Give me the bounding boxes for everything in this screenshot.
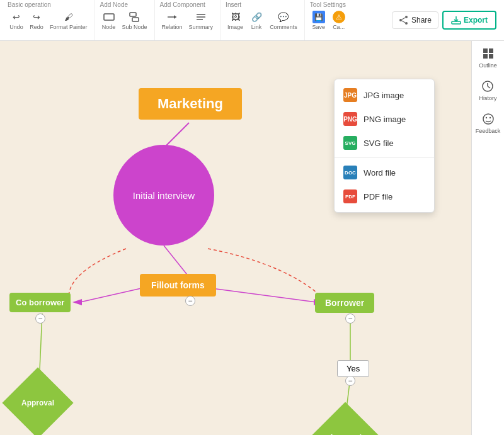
svg-point-8 (405, 16, 408, 18)
share-export-area: Share Export (387, 0, 501, 40)
export-button[interactable]: Export (442, 11, 496, 30)
marketing-label: Marketing (158, 96, 223, 111)
toolbar-tool-settings-buttons: 💾 Save ⚠ Ca... (310, 9, 348, 31)
svg-point-9 (399, 19, 402, 21)
summary-icon (195, 11, 207, 23)
svg-marker-18 (72, 299, 82, 305)
format-painter-label: Format Painter (50, 24, 88, 30)
outline-label: Outline (479, 62, 497, 69)
sidebar-item-feedback[interactable]: Feedback (476, 111, 501, 134)
toolbar-insert-buttons: 🖼 Image 🔗 Link 💬 Comments (226, 9, 299, 31)
coborrower-node[interactable]: Co borrower (9, 293, 71, 312)
outline-icon (481, 46, 496, 61)
export-dropdown: JPG JPG image PNG PNG image SVG SVG file… (334, 79, 435, 213)
export-svg-label: SVG file (364, 138, 394, 148)
redo-button[interactable]: ↪ Redo (28, 9, 45, 31)
export-label: Export (464, 16, 488, 25)
history-icon (480, 79, 495, 94)
svg-line-19 (212, 288, 316, 302)
export-pdf-item[interactable]: PDF PDF file (335, 184, 434, 208)
svg-line-30 (488, 86, 490, 88)
borrower-label: Borrower (325, 298, 364, 308)
svg-line-17 (80, 288, 141, 302)
image-button[interactable]: 🖼 Image (226, 9, 245, 31)
jpg-icon: JPG (343, 88, 357, 102)
redo-label: Redo (30, 24, 43, 30)
export-png-label: PNG image (364, 115, 406, 124)
export-pdf-label: PDF file (364, 192, 392, 201)
approval-right-node[interactable]: Approval (309, 402, 381, 435)
toolbar-add-component-buttons: Relation Summary (160, 9, 215, 31)
image-label: Image (227, 24, 243, 30)
toolbar-group-add-node: Add Node Node Sub Node (95, 0, 155, 40)
toolbar-group-basic-label: Basic operation (8, 1, 51, 8)
undo-button[interactable]: ↩ Undo (8, 9, 25, 31)
node-label: Node (102, 24, 116, 30)
toolbar-group-add-component: Add Component Relation Summary (155, 0, 221, 40)
svg-rect-0 (104, 14, 114, 20)
export-png-item[interactable]: PNG PNG image (335, 107, 434, 131)
sub-node-icon (129, 11, 141, 23)
svg-rect-1 (130, 13, 136, 16)
node-icon (103, 11, 115, 23)
marketing-node[interactable]: Marketing (139, 88, 242, 120)
comments-button[interactable]: 💬 Comments (268, 9, 299, 31)
link-label: Link (251, 24, 262, 30)
relation-label: Relation (162, 24, 183, 30)
save-label: Save (312, 24, 325, 30)
svg-rect-25 (489, 48, 493, 53)
save-icon: 💾 (312, 11, 325, 23)
cancel-label: Ca... (333, 24, 345, 30)
feedback-label: Feedback (476, 128, 501, 134)
fillout-minus-button[interactable]: − (185, 296, 195, 306)
node-button[interactable]: Node (100, 9, 118, 31)
redo-icon: ↪ (30, 11, 43, 23)
initial-interview-label: Initial interview (133, 190, 195, 201)
history-label: History (479, 95, 496, 101)
sidebar-item-history[interactable]: History (479, 79, 496, 101)
sub-node-label: Sub Node (122, 24, 147, 30)
approval-left-node[interactable]: Approval (2, 367, 73, 435)
svg-point-32 (485, 117, 486, 118)
format-painter-button[interactable]: 🖌 Format Painter (48, 9, 89, 31)
dropdown-divider (335, 157, 434, 158)
sidebar-item-outline[interactable]: Outline (479, 46, 497, 69)
toolbar-group-basic: Basic operation ↩ Undo ↪ Redo 🖌 Format P… (3, 0, 95, 40)
yes-label: Yes (346, 364, 360, 373)
doc-icon: DOC (343, 166, 357, 179)
svg-line-11 (402, 18, 405, 20)
svg-rect-26 (483, 54, 488, 59)
fillout-forms-label: Fillout forms (151, 280, 205, 290)
export-jpg-item[interactable]: JPG JPG image (335, 83, 434, 107)
svg-line-12 (402, 21, 405, 23)
export-word-item[interactable]: DOC Word file (335, 161, 434, 184)
share-button[interactable]: Share (392, 11, 438, 29)
svg-line-16 (164, 246, 189, 277)
borrower-node[interactable]: Borrower (315, 293, 374, 313)
yes-minus-button[interactable]: − (345, 376, 355, 386)
borrower-minus-button[interactable]: − (345, 314, 355, 324)
svg-rect-2 (132, 18, 139, 21)
toolbar-group-tool-settings-label: Tool Settings (310, 1, 346, 8)
svg-rect-27 (489, 54, 493, 59)
fillout-forms-node[interactable]: Fillout forms (140, 274, 216, 297)
export-svg-item[interactable]: SVG SVG file (335, 131, 434, 155)
link-button[interactable]: 🔗 Link (248, 9, 265, 31)
share-icon (399, 15, 409, 25)
sub-node-button[interactable]: Sub Node (120, 9, 149, 31)
toolbar: Basic operation ↩ Undo ↪ Redo 🖌 Format P… (0, 0, 504, 41)
export-icon (451, 15, 461, 25)
svg-rect-24 (483, 48, 488, 53)
relation-button[interactable]: Relation (160, 9, 185, 31)
cancel-button[interactable]: ⚠ Ca... (330, 9, 348, 31)
yes-node[interactable]: Yes (337, 360, 369, 377)
diagram-canvas[interactable]: Marketing Initial interview Fillout form… (0, 41, 471, 435)
png-icon: PNG (343, 112, 357, 126)
feedback-icon (481, 111, 496, 127)
coborrower-minus-button[interactable]: − (35, 314, 45, 324)
export-jpg-label: JPG image (364, 91, 404, 100)
initial-interview-node[interactable]: Initial interview (113, 145, 214, 246)
format-painter-icon: 🖌 (62, 11, 75, 23)
save-button[interactable]: 💾 Save (310, 9, 328, 31)
summary-button[interactable]: Summary (187, 9, 215, 31)
